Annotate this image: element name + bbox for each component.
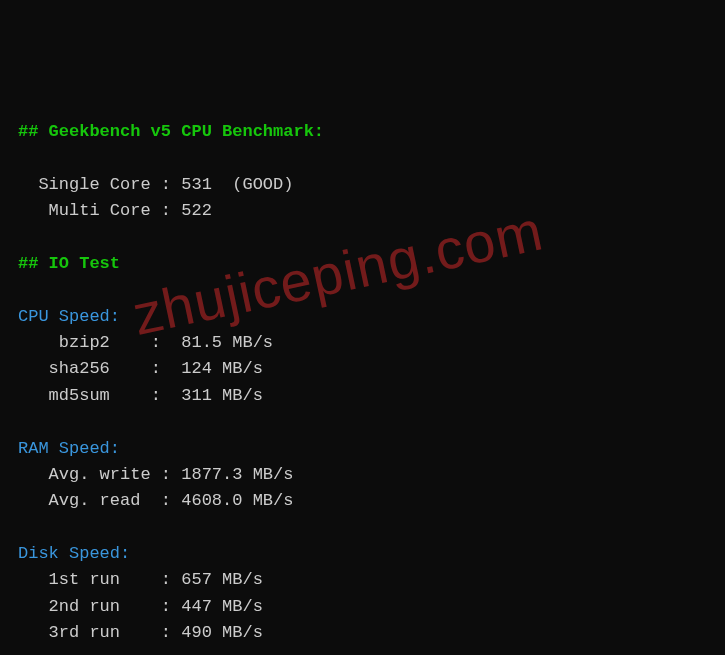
disk-row-label: 1st run — [49, 570, 120, 589]
cpu-row-value: 124 MB/s — [181, 359, 263, 378]
geekbench-heading: ## Geekbench v5 CPU Benchmark: — [18, 122, 324, 141]
multi-core-label: Multi Core — [49, 201, 151, 220]
disk-row-value: 447 MB/s — [181, 597, 263, 616]
disk-row-label: 2nd run — [49, 597, 120, 616]
ram-row-label: Avg. read — [49, 491, 141, 510]
single-core-label: Single Core — [38, 175, 150, 194]
single-core-value: 531 — [181, 175, 212, 194]
cpu-row-value: 81.5 MB/s — [181, 333, 273, 352]
ram-row-label: Avg. write — [49, 465, 151, 484]
cpu-row-label: sha256 — [49, 359, 110, 378]
cpu-row-value: 311 MB/s — [181, 386, 263, 405]
ram-speed-title: RAM Speed: — [18, 439, 120, 458]
disk-divider: ----------------------- — [49, 649, 284, 655]
iotest-heading: ## IO Test — [18, 254, 120, 273]
disk-row-value: 657 MB/s — [181, 570, 263, 589]
ram-row-value: 1877.3 MB/s — [181, 465, 293, 484]
disk-speed-title: Disk Speed: — [18, 544, 130, 563]
cpu-row-label: md5sum — [49, 386, 110, 405]
cpu-row-label: bzip2 — [59, 333, 110, 352]
multi-core-value: 522 — [181, 201, 212, 220]
ram-row-value: 4608.0 MB/s — [181, 491, 293, 510]
disk-row-label: 3rd run — [49, 623, 120, 642]
cpu-speed-title: CPU Speed: — [18, 307, 120, 326]
disk-row-value: 490 MB/s — [181, 623, 263, 642]
single-core-rating: (GOOD) — [232, 175, 293, 194]
